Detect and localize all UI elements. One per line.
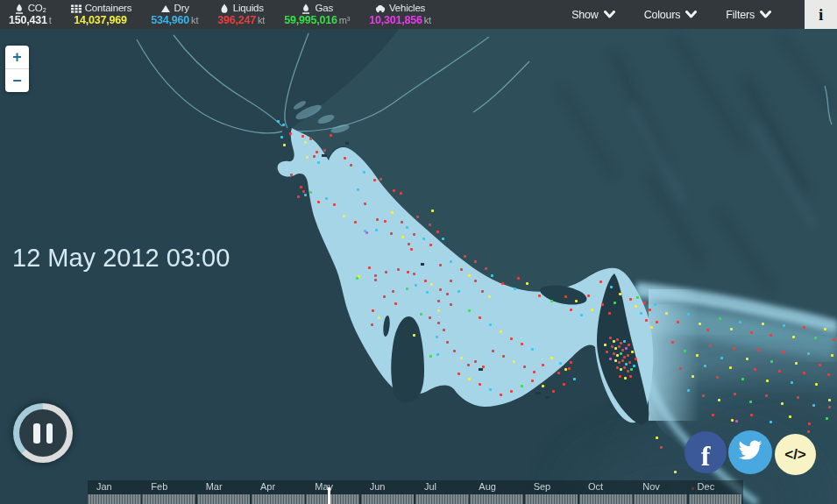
timeline-month[interactable]: Dec [689,480,743,504]
timeline-month-bar[interactable] [415,494,469,504]
timeline-month-bar[interactable] [252,494,305,504]
facebook-icon: f [701,440,711,472]
menu-colours[interactable]: Colours [644,9,698,21]
timeline-month-label: Feb [142,480,196,494]
timeline-month-label: May [306,480,360,494]
date-display: 12 May 2012 03:00 [12,244,230,273]
timeline-month-label: Sep [525,480,579,494]
timeline-month-label: Aug [470,480,524,494]
stat-unit: m³ [339,15,350,25]
menu-label: Filters [726,9,755,21]
stats-header: CO₂ 150,431t Containers 14,037,969 [0,0,837,29]
timeline-month[interactable]: Feb [142,480,196,504]
liquids-icon [219,4,230,14]
timeline-month-bar[interactable] [579,494,633,504]
stat-vehicles: Vehicles 10,301,856kt [369,2,431,26]
embed-code-button[interactable]: </> [775,434,816,475]
vehicles-icon [375,4,386,14]
stat-co2: CO₂ 150,431t [9,2,52,26]
stat-label: Liquids [233,3,264,14]
timeline-month-label: Mar [197,480,252,494]
timeline-month[interactable]: Jul [415,480,470,504]
stat-unit: t [49,15,52,25]
timeline-month[interactable]: Jun [361,480,415,504]
info-button[interactable]: i [805,0,837,29]
timeline-month-label: Dec [689,480,743,494]
facebook-button[interactable]: f [684,431,727,473]
chevron-down-icon [604,9,615,21]
timeline-month-bar[interactable] [525,494,578,504]
timeline-month-label: Jul [415,480,470,494]
timeline-month-label: Jun [361,480,415,494]
cargo-stats: CO₂ 150,431t Containers 14,037,969 [0,0,431,29]
stat-value: 14,037,969 [74,14,127,26]
co2-icon [14,4,25,14]
stat-value: 534,960 [151,14,189,26]
chevron-down-icon [760,9,771,21]
chevron-down-icon [685,9,697,21]
timeline-month[interactable]: Aug [470,480,524,504]
gas-icon [301,4,311,14]
timeline-month-bar[interactable] [306,494,359,504]
timeline-month-bar[interactable] [142,494,195,504]
timeline-month[interactable]: Sep [525,480,579,504]
stat-unit: kt [191,15,198,25]
timeline-month-label: Jan [88,480,142,494]
stat-label: Containers [85,3,132,14]
ship-map-app: CO₂ 150,431t Containers 14,037,969 [0,0,837,504]
stat-label: Vehicles [389,3,425,14]
timeline-month-bar[interactable] [470,494,523,504]
timeline-month[interactable]: Apr [252,480,306,504]
menu-filters[interactable]: Filters [726,9,771,21]
timeline-month-bar[interactable] [197,494,251,504]
timeline-month[interactable]: Mar [197,480,252,504]
stat-label: Dry [174,3,189,14]
stat-liquids: Liquids 396,247kt [217,2,265,26]
stat-value: 150,431 [9,14,47,26]
stat-containers: Containers 14,037,969 [71,2,132,26]
zoom-in-button[interactable]: + [5,46,29,68]
timeline-month-bar[interactable] [361,494,415,504]
timeline-month-bar[interactable] [689,494,742,504]
pause-button[interactable] [13,403,73,463]
stat-value: 10,301,856 [369,14,422,26]
timeline-month[interactable]: Jan [88,480,142,504]
menu-label: Show [571,9,598,21]
containers-icon [71,4,82,14]
pause-icon [19,409,67,457]
stat-value: 59,995,016 [284,14,337,26]
zoom-out-button[interactable]: − [5,69,29,92]
timeline-month[interactable]: Oct [579,480,634,504]
timeline-playhead[interactable] [328,487,330,504]
timeline-month[interactable]: May [306,480,360,504]
timeline-scrubber[interactable]: Jan Feb Mar Apr May [88,480,743,504]
timeline-month-label: Oct [579,480,634,494]
twitter-icon [738,440,763,465]
stat-unit: kt [424,15,431,25]
stat-label: Gas [315,3,333,14]
strait-fade [649,289,699,421]
timeline-month[interactable]: Nov [634,480,688,504]
stat-value: 396,247 [217,14,256,26]
timeline-month-bar[interactable] [88,494,141,504]
header-menus: Show Colours Filters [571,0,771,29]
stat-dry: Dry 534,960kt [151,2,198,26]
stat-unit: kt [258,15,265,25]
stat-label: CO₂ [28,3,46,14]
timeline-month-bar[interactable] [634,494,687,504]
code-icon: </> [784,446,806,464]
menu-label: Colours [644,9,681,21]
timeline-month-label: Apr [252,480,306,494]
dry-icon [160,4,171,14]
zoom-control: + − [5,46,29,92]
timeline-month-label: Nov [634,480,688,494]
stat-gas: Gas 59,995,016m³ [284,2,350,26]
menu-show[interactable]: Show [571,9,614,21]
twitter-button[interactable] [728,430,772,474]
